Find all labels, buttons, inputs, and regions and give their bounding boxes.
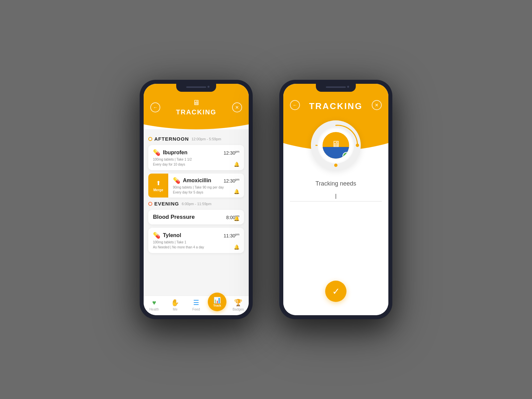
back-button[interactable]: ← bbox=[150, 102, 160, 112]
tracking-monitor-icon: 🖥 bbox=[332, 139, 340, 149]
evening-section-header: EVENING 6:00pm - 11:59pm bbox=[148, 201, 244, 206]
ibuprofen-detail2: Every day for 10 days bbox=[153, 163, 239, 166]
badges-icon: 🏆 bbox=[234, 299, 242, 307]
phone-1: ← 🖥 TRACKING ✕ AFTERNOON 12:00pm - 5:59p… bbox=[140, 80, 253, 319]
tylenol-card[interactable]: 💊 Tylenol 11:30pm 100mg tablets | Take 1… bbox=[148, 228, 244, 253]
notch-2 bbox=[316, 84, 356, 92]
notch-bar-2 bbox=[326, 86, 346, 88]
tracking-input[interactable] bbox=[290, 191, 382, 201]
confirm-button[interactable]: ✓ bbox=[325, 281, 346, 302]
phone2-close-button[interactable]: ✕ bbox=[372, 100, 382, 110]
ibuprofen-bell-icon[interactable]: 🔔 bbox=[234, 162, 239, 167]
ibuprofen-left: 💊 Ibuprofen bbox=[153, 149, 188, 156]
svg-point-0 bbox=[356, 144, 359, 147]
notch-bar bbox=[186, 86, 206, 88]
afternoon-title: AFTERNOON bbox=[154, 136, 189, 142]
track-icon: 📊 bbox=[213, 297, 221, 304]
amoxicillin-card[interactable]: ⬆ Merge 💊 Amoxicillin 12:30pm 90mg table… bbox=[148, 174, 244, 198]
phone1-content: AFTERNOON 12:00pm - 5:59pm 💊 Ibuprofen 1… bbox=[144, 129, 249, 296]
tylenol-name: Tylenol bbox=[163, 232, 181, 238]
tracking-circle-wrapper: 🖥 ✓ bbox=[283, 120, 388, 170]
feed-label: Feed bbox=[193, 308, 200, 311]
track-label: Track bbox=[213, 304, 221, 307]
tylenol-detail2: As Needed | No more than 4 a day bbox=[153, 245, 239, 249]
me-icon: ✋ bbox=[171, 299, 179, 307]
tylenol-left: 💊 Tylenol bbox=[153, 232, 181, 239]
monitor-icon: 🖥 bbox=[193, 98, 200, 107]
ibuprofen-name: Ibuprofen bbox=[163, 150, 188, 156]
merge-icon: ⬆ bbox=[156, 180, 161, 187]
phone2-content: Tracking needs ✓ bbox=[283, 170, 388, 315]
notch-dot-2 bbox=[347, 86, 349, 88]
ibuprofen-row: 💊 Ibuprofen 12:30pm bbox=[153, 149, 239, 156]
svg-point-1 bbox=[334, 164, 337, 167]
bottom-nav: ♥ Health ✋ Me ☰ Feed 📊 Track 🏆 Badges bbox=[144, 296, 249, 315]
amoxicillin-bell-icon[interactable]: 🔔 bbox=[234, 189, 239, 194]
nav-item-badges[interactable]: 🏆 Badges bbox=[228, 299, 249, 311]
blood-pressure-card[interactable]: Blood Pressure 8:00pm 🔔 bbox=[148, 210, 244, 224]
tracking-circle-inner: 🖥 ✓ bbox=[318, 127, 354, 164]
header-center: 🖥 TRACKING bbox=[176, 98, 216, 116]
tracking-icon-bg: 🖥 ✓ bbox=[323, 132, 349, 159]
track-bubble: 📊 Track bbox=[208, 293, 226, 311]
amoxicillin-content: 💊 Amoxicillin 12:30pm 90mg tablets | Tak… bbox=[168, 174, 244, 198]
tracking-circle-outer: 🖥 ✓ bbox=[311, 120, 361, 170]
tylenol-time: 11:30pm bbox=[223, 233, 239, 238]
notch-1 bbox=[176, 84, 216, 92]
health-label: Health bbox=[149, 308, 159, 311]
badges-label: Badges bbox=[232, 308, 244, 311]
phone2-header-row: ← TRACKING ✕ bbox=[290, 98, 382, 111]
bp-left: Blood Pressure bbox=[153, 214, 195, 220]
bp-row: Blood Pressure 8:00pm bbox=[153, 214, 239, 220]
amoxicillin-detail1: 90mg tablets | Take 90 mg per day bbox=[173, 186, 239, 189]
evening-time: 6:00pm - 11:59pm bbox=[182, 202, 211, 206]
confirm-btn-wrapper: ✓ bbox=[290, 281, 382, 302]
phone2-back-button[interactable]: ← bbox=[290, 100, 300, 110]
feed-icon: ☰ bbox=[193, 299, 199, 307]
afternoon-section-header: AFTERNOON 12:00pm - 5:59pm bbox=[148, 136, 244, 142]
phone2-title: TRACKING bbox=[309, 101, 362, 111]
amoxicillin-detail2: Every day for 5 days bbox=[173, 191, 239, 194]
pill-icon-amoxicillin: 💊 bbox=[173, 177, 180, 184]
spacer bbox=[148, 256, 244, 262]
evening-dot bbox=[148, 202, 152, 206]
merge-button[interactable]: ⬆ Merge bbox=[148, 174, 168, 198]
ibuprofen-card[interactable]: 💊 Ibuprofen 12:30pm 100mg tablets | Take… bbox=[148, 145, 244, 170]
afternoon-dot bbox=[148, 137, 152, 141]
tylenol-detail1: 100mg tablets | Take 1 bbox=[153, 240, 239, 244]
bp-bell-icon[interactable]: 🔔 bbox=[234, 216, 239, 221]
afternoon-time: 12:00pm - 5:59pm bbox=[192, 137, 221, 141]
amoxicillin-time: 12:30pm bbox=[223, 178, 239, 184]
tracking-check-inner: ✓ bbox=[343, 153, 349, 159]
nav-item-me[interactable]: ✋ Me bbox=[165, 299, 186, 311]
notch-dot bbox=[207, 86, 209, 88]
ibuprofen-time: 12:30pm bbox=[223, 150, 239, 156]
amoxicillin-row: 💊 Amoxicillin 12:30pm bbox=[173, 177, 239, 184]
ibuprofen-detail1: 100mg tablets | Take 1 1/2 bbox=[153, 158, 239, 161]
pill-icon-tylenol: 💊 bbox=[153, 232, 160, 239]
header-row: ← 🖥 TRACKING ✕ bbox=[150, 98, 242, 116]
tracking-check-badge: ✓ bbox=[342, 152, 349, 159]
phone-2: ← TRACKING ✕ 🖥 bbox=[279, 80, 392, 319]
tracking-needs-label: Tracking needs bbox=[290, 180, 382, 187]
tylenol-bell-icon[interactable]: 🔔 bbox=[234, 244, 239, 250]
phone1-title: TRACKING bbox=[176, 108, 216, 116]
close-button[interactable]: ✕ bbox=[232, 102, 242, 112]
bp-name: Blood Pressure bbox=[153, 214, 195, 220]
nav-item-health[interactable]: ♥ Health bbox=[144, 299, 165, 311]
amoxicillin-name: Amoxicillin bbox=[183, 178, 211, 184]
nav-item-track[interactable]: 📊 Track bbox=[207, 302, 228, 311]
health-icon: ♥ bbox=[152, 299, 156, 307]
me-label: Me bbox=[173, 308, 178, 311]
confirm-check-icon: ✓ bbox=[332, 286, 340, 297]
merge-label: Merge bbox=[153, 188, 163, 192]
evening-title: EVENING bbox=[154, 201, 179, 206]
pill-icon-ibuprofen: 💊 bbox=[153, 149, 160, 156]
tracking-input-wrapper[interactable] bbox=[290, 191, 382, 201]
nav-item-feed[interactable]: ☰ Feed bbox=[186, 299, 206, 311]
tylenol-row: 💊 Tylenol 11:30pm bbox=[153, 232, 239, 239]
amoxicillin-left: 💊 Amoxicillin bbox=[173, 177, 211, 184]
